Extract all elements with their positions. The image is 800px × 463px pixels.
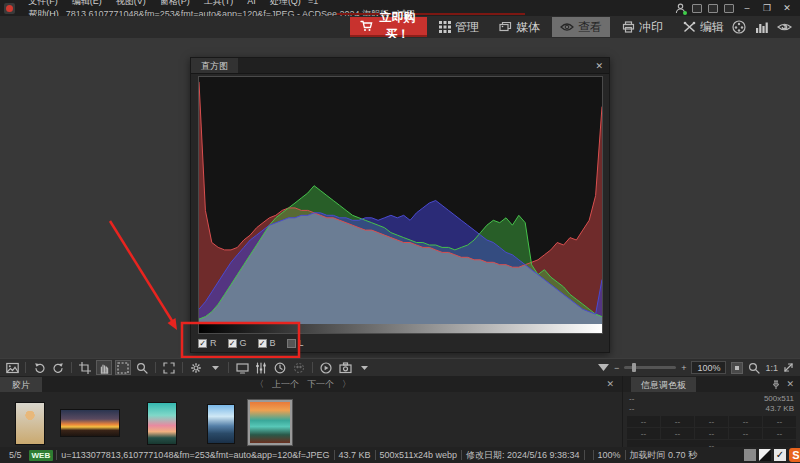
zoom-menu-icon[interactable] [748,362,760,374]
minimize-button[interactable]: – [740,0,754,16]
info-file-size: 43.7 KB [766,404,794,414]
prev-chevron-icon[interactable]: 〈 [255,378,264,391]
face-detect-icon[interactable] [291,360,307,375]
caret-down-icon[interactable] [207,360,223,375]
next-chevron-icon[interactable]: 〉 [342,378,351,391]
gear-icon[interactable] [188,360,204,375]
layout-square-icon[interactable] [724,4,734,13]
buy-now-button[interactable]: 立即购买！ [350,17,427,37]
thumbnail-waterfall-sunset[interactable] [248,400,292,445]
layout-square-icon[interactable] [708,4,718,13]
thumbnail-mountain-lake[interactable] [207,404,235,444]
play-slideshow-icon[interactable] [318,360,334,375]
menu-pane[interactable]: 窗格(P) [153,0,197,6]
zoom-slider-thumb[interactable] [632,363,636,372]
image-icon[interactable] [4,360,20,375]
slideshow-timer-icon[interactable] [272,360,288,375]
histogram-icon[interactable] [755,21,768,34]
viewer-tools [0,360,372,375]
zoom-in-button[interactable]: + [681,363,686,373]
filmstrip-close-button[interactable]: ✕ [606,379,622,389]
next-button[interactable]: 下一个 [307,378,334,391]
dropdown-triangle-icon[interactable] [598,364,609,371]
channel-checkbox-r[interactable]: ✓R [198,338,217,348]
title-red-underline [337,13,525,15]
luminance-gradient-strip [199,324,602,333]
menu-ai[interactable]: AI [240,0,263,6]
hand-pan-icon[interactable] [96,360,112,375]
caret-down-icon[interactable] [356,360,372,375]
info-value-grid: -------------------- [627,416,796,439]
screenshot-tool-logo-icon[interactable]: S [789,448,800,462]
status-separator [584,450,585,460]
menu-edit[interactable]: 编辑(E) [65,0,109,6]
window-title-fragment: =1 [308,0,318,6]
zoom-value-box[interactable]: 100% [691,361,726,374]
eye-swirl-icon[interactable] [777,21,792,33]
filmstrip-tab[interactable]: 胶片 [0,377,42,392]
zoom-slider[interactable] [624,366,676,369]
histogram-tab[interactable]: 直方图 [191,58,238,73]
thumbnail-portrait-woman[interactable] [15,402,45,445]
channel-checkbox-b[interactable]: ✓B [258,338,276,348]
marquee-select-icon[interactable] [115,360,131,375]
menu-process[interactable]: 处理(Q) [263,0,308,6]
histogram-close-button[interactable]: ✕ [595,61,609,71]
gray-square-icon[interactable] [744,449,756,461]
filmstrip-navigation: 〈 上一个 下一个 〉 [255,376,351,392]
status-load-time: 加载时间 0.70 秒 [626,449,702,462]
status-filename: u=1133077813,6107771048&fm=253&fmt=auto&… [57,450,333,460]
checked-checkbox-icon[interactable]: ✓ [228,339,237,348]
rotate-right-icon[interactable] [50,360,66,375]
expand-diagonal-icon[interactable] [783,362,794,373]
toolbar-separator [71,362,72,373]
menu-tools[interactable]: 工具(T) [197,0,241,6]
zoom-tool-icon[interactable] [134,360,150,375]
zoom-controls: − + 100% 1:1 [598,361,800,374]
info-grid-cell: -- [661,416,694,427]
thumbnail-tropical-beach[interactable] [147,402,177,445]
previous-button[interactable]: 上一个 [272,378,299,391]
checked-checkbox-icon[interactable]: ✓ [198,339,207,348]
status-filesize: 43.7 KB [335,450,375,460]
fullscreen-icon[interactable] [234,360,250,375]
screen-capture-icon[interactable] [337,360,353,375]
toolbar-separator [228,362,229,373]
info-grid-cell: -- [695,416,728,427]
channel-checkbox-l[interactable]: L [287,338,304,348]
channel-checkbox-row: ✓R✓G✓BL [198,338,304,348]
info-palette-tab[interactable]: 信息调色板 [631,377,696,392]
contrast-square-icon[interactable] [759,449,771,461]
maximize-button[interactable]: ❐ [760,0,774,16]
close-button[interactable]: ✕ [780,0,794,16]
info-palette-close-button[interactable]: ✕ [786,379,794,389]
film-reel-icon[interactable] [732,20,746,34]
crop-icon[interactable] [77,360,93,375]
channel-checkbox-g[interactable]: ✓G [228,338,247,348]
fit-image-icon[interactable] [161,360,177,375]
checked-checkbox-icon[interactable]: ✓ [258,339,267,348]
mode-edit-button[interactable]: 编辑 [675,17,732,37]
layout-square-icon[interactable] [692,4,702,13]
info-grid-cell: -- [763,428,796,439]
mode-manage-button[interactable]: 管理 [431,17,487,37]
info-grid-cell: -- [763,416,796,427]
checkmark-square-icon[interactable]: ✓ [774,449,786,461]
pin-icon[interactable] [772,380,780,389]
actual-size-button[interactable]: 1:1 [765,363,778,373]
info-grid-cell: -- [627,416,660,427]
mode-print-button[interactable]: 冲印 [614,17,671,37]
zoom-lock-button[interactable] [731,362,743,374]
status-bar-icons: ✓ S [744,448,800,462]
mode-print-label: 冲印 [639,19,663,36]
mode-media-button[interactable]: 媒体 [491,17,548,37]
filters-icon[interactable] [253,360,269,375]
menu-view[interactable]: 视图(V) [109,0,153,6]
unchecked-checkbox-icon[interactable] [287,339,296,348]
user-avatar-icon[interactable] [675,3,686,14]
menu-file[interactable]: 文件(F) [21,0,65,6]
mode-view-button[interactable]: 查看 [552,17,610,37]
rotate-left-icon[interactable] [31,360,47,375]
zoom-out-button[interactable]: − [614,363,619,373]
thumbnail-sunset-landscape[interactable] [60,409,120,437]
